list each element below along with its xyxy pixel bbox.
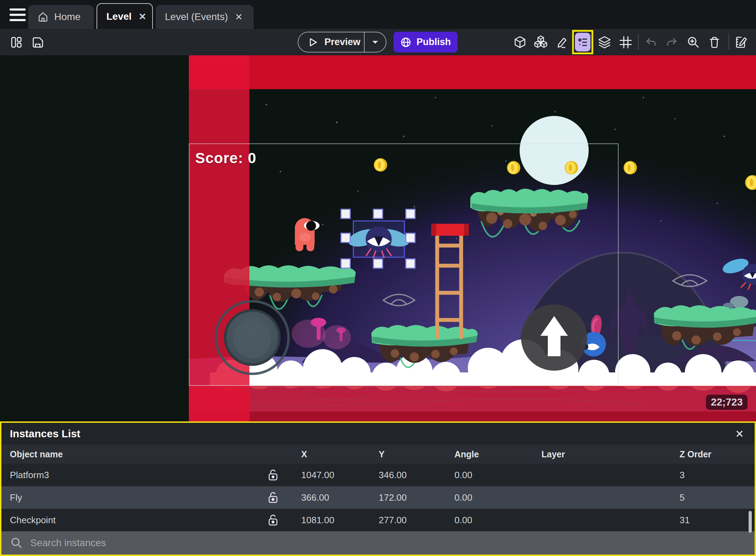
cell-angle[interactable]: 0.00 (439, 515, 523, 526)
instances-table-header: Object name X Y Angle Layer Z Order (1, 445, 755, 464)
cell-y[interactable]: 172.00 (361, 492, 439, 503)
joystick-control (216, 301, 289, 374)
cell-angle[interactable]: 0.00 (439, 470, 523, 481)
col-angle: Angle (439, 449, 523, 459)
toolbar-separator (638, 34, 639, 50)
panel-scrollbar[interactable] (749, 511, 752, 533)
scene-artwork (189, 55, 756, 421)
home-icon (37, 11, 49, 23)
publish-label: Publish (416, 37, 451, 48)
unlock-icon[interactable] (262, 469, 284, 481)
object-cube-icon[interactable] (512, 34, 528, 50)
col-object-name: Object name (1, 449, 262, 459)
cell-object-name: Fly (1, 492, 262, 503)
search-bar (1, 531, 755, 555)
trash-icon[interactable] (706, 34, 723, 50)
table-row-selected[interactable]: Fly 366.00 172.00 0.00 5 (1, 486, 755, 509)
cell-angle[interactable]: 0.00 (439, 492, 523, 503)
tab-home-label: Home (54, 11, 81, 23)
preview-dropdown-button[interactable] (364, 32, 386, 52)
cell-y[interactable]: 277.00 (361, 515, 439, 526)
instances-list-highlight (572, 30, 593, 54)
close-icon[interactable]: ✕ (733, 428, 746, 440)
cell-x[interactable]: 366.00 (284, 492, 361, 503)
grid-icon[interactable] (618, 34, 634, 50)
unlock-icon[interactable] (262, 514, 284, 526)
cell-object-name: Checkpoint (1, 515, 262, 526)
cell-z-order[interactable]: 3 (657, 470, 755, 481)
instances-list-panel: Instances List ✕ Object name X Y Angle L… (0, 421, 756, 556)
toolbar: Preview Publish (0, 29, 756, 55)
toolbar-separator (729, 34, 729, 50)
cell-object-name: Platform3 (1, 470, 262, 481)
tab-level[interactable]: Level ✕ (97, 3, 153, 29)
instances-panel-title: Instances List (10, 428, 80, 440)
col-layer: Layer (523, 449, 657, 459)
cell-y[interactable]: 346.00 (361, 470, 439, 481)
object-group-cubes-icon[interactable] (533, 34, 549, 50)
instances-panel-header: Instances List ✕ (1, 423, 755, 445)
score-hud-text: Score: 0 (195, 150, 256, 167)
red-band-top (189, 55, 756, 89)
preview-button[interactable]: Preview (298, 32, 386, 52)
tab-home[interactable]: Home (28, 5, 94, 29)
cell-x[interactable]: 1047.00 (284, 470, 361, 481)
cell-z-order[interactable]: 5 (657, 492, 755, 503)
table-row[interactable]: Checkpoint 1081.00 277.00 0.00 31 (1, 509, 755, 531)
tab-level-events-close-icon[interactable]: ✕ (234, 12, 244, 22)
cell-z-order[interactable]: 31 (657, 515, 755, 526)
search-input[interactable] (30, 537, 745, 549)
red-band-left (189, 55, 249, 421)
preview-label: Preview (324, 37, 360, 48)
scene-canvas[interactable]: Score: 0 22;723 (189, 55, 756, 421)
tab-level-events[interactable]: Level (Events) ✕ (156, 5, 254, 29)
cursor-coordinates-badge: 22;723 (706, 395, 748, 410)
col-x: X (284, 449, 361, 459)
redo-icon[interactable] (664, 34, 680, 50)
moon (520, 116, 589, 185)
red-band-bottom-dark (189, 412, 756, 421)
save-icon[interactable] (30, 34, 46, 50)
chevron-down-icon (371, 40, 379, 45)
search-icon (11, 537, 23, 549)
edit-properties-icon[interactable] (733, 34, 749, 50)
edit-pencil-icon[interactable] (554, 34, 570, 50)
tab-level-label: Level (106, 11, 132, 22)
instances-list-icon[interactable] (575, 33, 590, 51)
layers-icon[interactable] (596, 34, 613, 50)
cell-x[interactable]: 1081.00 (284, 515, 361, 526)
tab-level-close-icon[interactable]: ✕ (137, 11, 148, 22)
col-z-order: Z Order (657, 449, 755, 459)
col-y: Y (361, 449, 439, 459)
tab-level-events-label: Level (Events) (165, 11, 228, 23)
unlock-icon[interactable] (262, 492, 284, 503)
jump-button-control (521, 304, 587, 371)
tab-bar: Home Level ✕ Level (Events) ✕ (0, 0, 756, 29)
red-band-bottom (189, 386, 756, 412)
play-icon (308, 37, 318, 48)
layout-panels-icon[interactable] (8, 34, 24, 50)
globe-icon (400, 37, 411, 48)
table-row[interactable]: Platform3 1047.00 346.00 0.00 3 (1, 464, 755, 486)
menu-icon[interactable] (10, 8, 26, 21)
zoom-in-icon[interactable] (685, 34, 701, 50)
undo-icon[interactable] (643, 34, 659, 50)
publish-button[interactable]: Publish (394, 32, 458, 52)
